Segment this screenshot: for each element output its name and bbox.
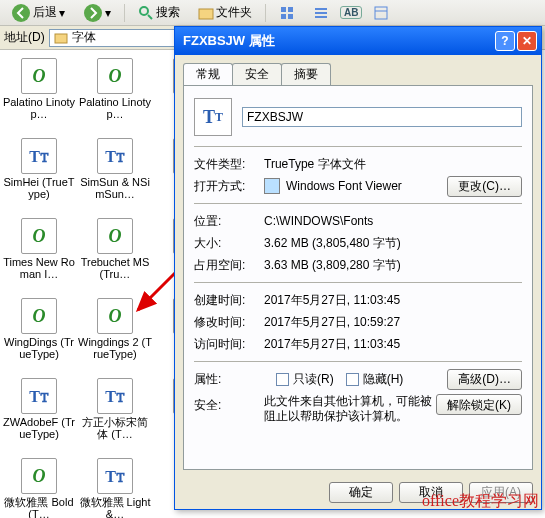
- separator: [124, 4, 125, 22]
- opentype-icon: O: [97, 298, 133, 334]
- opentype-icon: O: [97, 218, 133, 254]
- divider: [194, 203, 522, 204]
- file-label: Times New Roman I…: [2, 256, 76, 280]
- back-label: 后退: [33, 4, 57, 21]
- tab-general[interactable]: 常规: [183, 63, 233, 85]
- tab-security[interactable]: 安全: [232, 63, 282, 85]
- file-label: ZWAdobeF (TrueType): [2, 416, 76, 440]
- dialog-title: FZXBSJW 属性: [179, 32, 493, 50]
- file-label: SimHei (TrueType): [2, 176, 76, 200]
- divider: [194, 361, 522, 362]
- advanced-button[interactable]: 高级(D)…: [447, 369, 522, 390]
- file-label: Trebuchet MS (Tru…: [78, 256, 152, 280]
- file-label: SimSun & NSimSun…: [78, 176, 152, 200]
- value-filetype: TrueType 字体文件: [264, 153, 522, 175]
- value-location: C:\WINDOWS\Fonts: [264, 210, 522, 232]
- svg-rect-4: [199, 9, 213, 19]
- openwith-app-icon: [264, 178, 280, 194]
- truetype-icon: Tᴛ: [97, 138, 133, 174]
- address-path: 字体: [72, 29, 96, 46]
- svg-rect-5: [281, 7, 286, 12]
- list-icon: [313, 5, 329, 21]
- opentype-icon: O: [21, 298, 57, 334]
- opentype-icon: O: [97, 58, 133, 94]
- label-modified: 修改时间:: [194, 311, 264, 333]
- font-file-icon[interactable]: OWingDings (TrueType): [2, 298, 76, 360]
- folder-icon: [198, 5, 214, 21]
- checkbox-icon: [276, 373, 289, 386]
- file-label: 微软雅黑 Bold (T…: [2, 496, 76, 518]
- label-created: 创建时间:: [194, 289, 264, 311]
- value-modified: 2017年5月27日, 10:59:27: [264, 311, 522, 333]
- close-button[interactable]: ✕: [517, 31, 537, 51]
- svg-rect-8: [288, 14, 293, 19]
- view-ab-icon[interactable]: AB: [340, 6, 362, 19]
- value-openwith: Windows Font Viewer: [286, 175, 441, 197]
- value-accessed: 2017年5月27日, 11:03:45: [264, 333, 522, 355]
- font-file-icon[interactable]: OWingdings 2 (TrueType): [78, 298, 152, 360]
- file-label: 微软雅黑 Light &…: [78, 496, 152, 518]
- search-icon: [138, 5, 154, 21]
- file-label: Palatino Linotyp…: [78, 96, 152, 120]
- label-attributes: 属性:: [194, 368, 264, 390]
- font-file-icon[interactable]: O微软雅黑 Bold (T…: [2, 458, 76, 518]
- folders-label: 文件夹: [216, 4, 252, 21]
- font-file-icon[interactable]: TᴛZWAdobeF (TrueType): [2, 378, 76, 440]
- font-file-icon[interactable]: OTrebuchet MS (Tru…: [78, 218, 152, 280]
- search-label: 搜索: [156, 4, 180, 21]
- chevron-down-icon: ▾: [59, 6, 65, 20]
- change-button[interactable]: 更改(C)…: [447, 176, 522, 197]
- view-details-icon[interactable]: [366, 3, 396, 23]
- value-created: 2017年5月27日, 11:03:45: [264, 289, 522, 311]
- svg-rect-9: [315, 8, 327, 10]
- dialog-titlebar[interactable]: FZXBSJW 属性 ? ✕: [175, 27, 541, 55]
- tab-summary[interactable]: 摘要: [281, 63, 331, 85]
- svg-rect-10: [315, 12, 327, 14]
- svg-rect-11: [315, 16, 327, 18]
- file-label: Palatino Linotyp…: [2, 96, 76, 120]
- divider: [194, 146, 522, 147]
- value-sizeondisk: 3.63 MB (3,809,280 字节): [264, 254, 522, 276]
- svg-point-0: [12, 4, 30, 22]
- view-list-icon[interactable]: [306, 3, 336, 23]
- svg-rect-12: [375, 7, 387, 19]
- chevron-down-icon: ▾: [105, 6, 111, 20]
- file-label: 方正小标宋简体 (T…: [78, 416, 152, 440]
- truetype-icon: Tᴛ: [97, 378, 133, 414]
- svg-point-1: [84, 4, 102, 22]
- opentype-icon: O: [21, 458, 57, 494]
- svg-line-3: [148, 15, 152, 19]
- truetype-icon: Tᴛ: [97, 458, 133, 494]
- hidden-checkbox[interactable]: 隐藏(H): [346, 368, 404, 390]
- label-security: 安全:: [194, 394, 264, 416]
- truetype-icon: Tᴛ: [21, 138, 57, 174]
- forward-button[interactable]: ▾: [76, 1, 118, 25]
- help-button[interactable]: ?: [495, 31, 515, 51]
- font-file-icon[interactable]: OPalatino Linotyp…: [78, 58, 152, 120]
- font-file-icon[interactable]: OTimes New Roman I…: [2, 218, 76, 280]
- large-icons-icon: [279, 5, 295, 21]
- file-type-icon: TT: [194, 98, 232, 136]
- font-file-icon[interactable]: Tᴛ微软雅黑 Light &…: [78, 458, 152, 518]
- watermark: office教程学习网: [422, 491, 539, 512]
- forward-icon: [83, 3, 103, 23]
- ok-button[interactable]: 确定: [329, 482, 393, 503]
- file-label: Wingdings 2 (TrueType): [78, 336, 152, 360]
- file-name-input[interactable]: FZXBSJW: [242, 107, 522, 127]
- unblock-button[interactable]: 解除锁定(K): [436, 394, 522, 415]
- font-file-icon[interactable]: TᴛSimSun & NSimSun…: [78, 138, 152, 200]
- search-button[interactable]: 搜索: [131, 2, 187, 23]
- folders-button[interactable]: 文件夹: [191, 2, 259, 23]
- svg-rect-7: [281, 14, 286, 19]
- readonly-checkbox[interactable]: 只读(R): [276, 368, 334, 390]
- back-button[interactable]: 后退 ▾: [4, 1, 72, 25]
- font-file-icon[interactable]: TᴛSimHei (TrueType): [2, 138, 76, 200]
- font-file-icon[interactable]: OPalatino Linotyp…: [2, 58, 76, 120]
- label-filetype: 文件类型:: [194, 153, 264, 175]
- tab-strip: 常规 安全 摘要: [183, 63, 533, 85]
- truetype-icon: Tᴛ: [21, 378, 57, 414]
- label-size: 大小:: [194, 232, 264, 254]
- font-file-icon[interactable]: Tᴛ方正小标宋简体 (T…: [78, 378, 152, 440]
- view-large-icon[interactable]: [272, 3, 302, 23]
- file-label: WingDings (TrueType): [2, 336, 76, 360]
